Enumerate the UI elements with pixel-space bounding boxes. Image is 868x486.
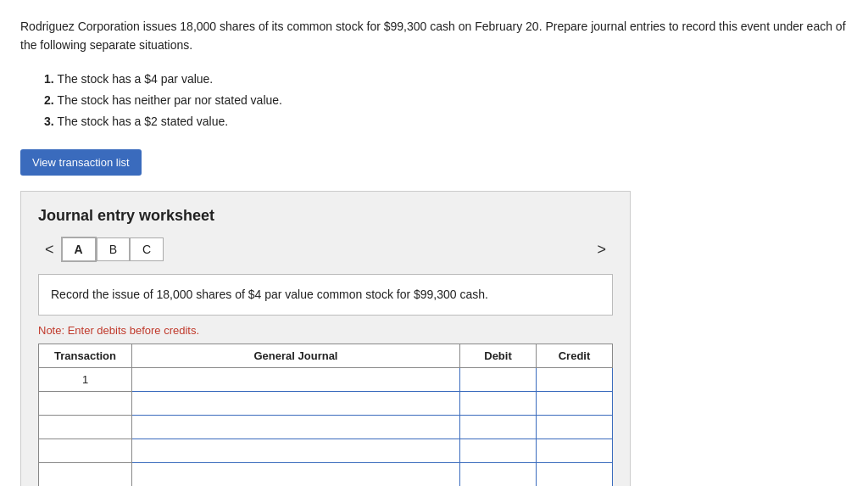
worksheet-title: Journal entry worksheet [38, 207, 613, 225]
journal-table: Transaction General Journal Debit Credit… [38, 344, 613, 486]
intro-text: Rodriguez Corporation issues 18,000 shar… [20, 17, 848, 55]
credit-cell[interactable] [537, 367, 613, 391]
transaction-cell: 1 [39, 367, 132, 391]
tab-c[interactable]: C [130, 237, 164, 261]
col-header-transaction: Transaction [39, 344, 132, 367]
table-row [39, 439, 613, 462]
condition-item: 3. The stock has a $2 stated value. [44, 111, 848, 132]
transaction-cell [39, 391, 132, 415]
general-journal-cell[interactable] [132, 391, 460, 415]
debit-input[interactable] [465, 368, 531, 391]
general-journal-input[interactable] [137, 392, 454, 415]
general-journal-cell[interactable] [132, 367, 460, 391]
general-journal-input[interactable] [137, 463, 454, 486]
credit-input[interactable] [542, 439, 607, 462]
table-row [39, 415, 613, 439]
credit-input[interactable] [542, 416, 607, 439]
table-row: 1 [39, 367, 613, 391]
credit-input[interactable] [542, 463, 607, 486]
debit-input[interactable] [465, 392, 531, 415]
table-row [39, 462, 613, 486]
debit-input[interactable] [465, 439, 531, 462]
tab-b[interactable]: B [97, 237, 130, 261]
debit-input[interactable] [465, 463, 531, 486]
credit-cell[interactable] [537, 462, 613, 486]
prev-tab-button[interactable]: < [38, 237, 61, 262]
transaction-cell [39, 415, 132, 439]
tabs-row: < A B C > [38, 237, 613, 262]
conditions-list: 1. The stock has a $4 par value.2. The s… [44, 69, 848, 133]
next-tab-button[interactable]: > [590, 237, 613, 262]
col-header-debit: Debit [460, 344, 537, 367]
table-row [39, 391, 613, 415]
general-journal-cell[interactable] [132, 462, 460, 486]
col-header-gj: General Journal [132, 344, 460, 367]
general-journal-cell[interactable] [132, 439, 460, 462]
credit-cell[interactable] [537, 391, 613, 415]
general-journal-input[interactable] [137, 368, 454, 391]
debit-cell[interactable] [460, 462, 537, 486]
instruction-box: Record the issue of 18,000 shares of $4 … [38, 274, 613, 315]
col-header-credit: Credit [537, 344, 613, 367]
debit-cell[interactable] [460, 391, 537, 415]
worksheet-container: Journal entry worksheet < A B C > Record… [20, 191, 631, 486]
debit-input[interactable] [465, 416, 531, 439]
tab-a[interactable]: A [61, 237, 97, 262]
credit-cell[interactable] [537, 439, 613, 462]
general-journal-input[interactable] [137, 416, 454, 439]
note-text: Note: Enter debits before credits. [38, 324, 613, 337]
debit-cell[interactable] [460, 367, 537, 391]
transaction-cell [39, 439, 132, 462]
view-transaction-list-button[interactable]: View transaction list [20, 149, 142, 176]
general-journal-cell[interactable] [132, 415, 460, 439]
condition-item: 2. The stock has neither par nor stated … [44, 90, 848, 111]
debit-cell[interactable] [460, 415, 537, 439]
credit-cell[interactable] [537, 415, 613, 439]
credit-input[interactable] [542, 368, 607, 391]
debit-cell[interactable] [460, 439, 537, 462]
credit-input[interactable] [542, 392, 607, 415]
general-journal-input[interactable] [137, 439, 454, 462]
transaction-cell [39, 462, 132, 486]
condition-item: 1. The stock has a $4 par value. [44, 69, 848, 90]
